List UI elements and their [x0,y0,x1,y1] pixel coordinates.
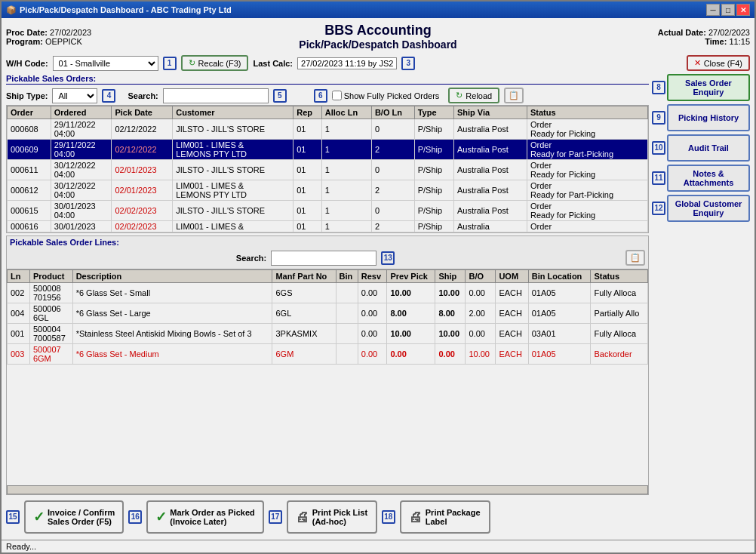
header-left: Proc Date: 27/02/2023 Program: OEPPICK [6,28,142,46]
col-description: Description [72,270,272,283]
orders-table-row[interactable]: 000611 30/12/2022 04:00 02/01/2023 JILST… [8,160,648,180]
badge-16: 16 [128,510,142,524]
orders-table-row[interactable]: 000615 30/01/2023 04:00 02/02/2023 JILST… [8,201,648,221]
export-button[interactable]: 📋 [504,88,524,103]
print-package-button[interactable]: 🖨 Print PackageLabel [400,500,490,534]
wh-code-select[interactable]: 01 - Smallville [53,56,158,71]
lines-table-row[interactable]: 004 500006 6GL *6 Glass Set - Large 6GL … [8,303,648,324]
mark-picked-label: Mark Order as Picked(Invoice Later) [170,508,255,526]
close-button[interactable]: ✕ [736,4,750,16]
invoice-confirm-button[interactable]: ✓ Invoice / ConfirmSales Order (F5) [24,500,124,534]
type: P/Ship [414,119,453,140]
show-fully-picked-checkbox[interactable] [332,91,342,100]
notes-attachments-row: 11 Notes &Attachments [652,165,750,192]
global-customer-enquiry-button[interactable]: Global CustomerEnquiry [667,195,750,222]
pick-date: 02/01/2023 [112,180,173,201]
lines-table-row[interactable]: 001 500004 7000587 *Stainless Steel Anti… [8,324,648,344]
notes-attachments-button[interactable]: Notes &Attachments [667,165,750,192]
col-ordered: Ordered [51,106,112,119]
actual-date-row: Actual Date: 27/02/2023 [614,28,750,37]
close-button-f4[interactable]: ✕ Close (F4) [687,55,750,71]
recalc-button[interactable]: ↻ Recalc (F3) [181,55,249,71]
actual-date-value: 27/02/2023 [708,28,750,37]
lines-table-row[interactable]: 002 500008 701956 *6 Glass Set - Small 6… [8,283,648,303]
global-customer-enquiry-label: Global CustomerEnquiry [675,199,742,217]
ship-type-select[interactable]: All Air [52,88,97,103]
sales-order-enquiry-button[interactable]: Sales OrderEnquiry [667,74,750,101]
program-label: Program: [6,37,43,46]
audit-trail-button[interactable]: Audit Trail [667,134,750,162]
badge-13: 13 [381,251,395,265]
time-label: Time: [705,37,727,46]
line-description: *6 Glass Set - Medium [72,344,272,365]
mark-picked-icon: ✓ [155,509,167,525]
order-status: Order [527,221,648,232]
picking-history-row: 9 Picking History [652,104,750,131]
lines-export-button[interactable]: 📋 [625,250,645,266]
proc-date-value: 27/02/2023 [50,28,91,37]
reload-button[interactable]: ↻ Reload [448,88,499,103]
rep: 01 [293,160,322,180]
lines-scroll[interactable]: Ln Product Description Manf Part No Bin … [7,269,648,485]
order-status: Order Ready for Picking [527,201,648,221]
orders-section: Pickable Sales Orders: Ship Type: All Ai… [6,74,649,233]
lines-table-row[interactable]: 003 500007 6GM *6 Glass Set - Medium 6GM… [8,344,648,365]
type: P/Ship [414,160,453,180]
badge-5: 5 [273,89,287,103]
picking-history-label: Picking History [678,113,739,122]
line-resv: 0.00 [358,283,387,303]
search-label-lines: Search: [236,254,266,263]
line-bin-location: 01A05 [528,344,591,365]
badge-4: 4 [102,89,115,103]
orders-table-row[interactable]: 000609 29/11/2022 04:00 02/12/2022 LIM00… [8,140,648,160]
search-input-lines[interactable] [271,251,376,266]
ship-via: Australia Post [453,201,527,221]
col-pick-date: Pick Date [112,106,173,119]
print-pick-list-button[interactable]: 🖨 Print Pick List(Ad-hoc) [287,500,377,534]
alloc-ln: 1 [321,201,371,221]
minimize-button[interactable]: ─ [706,4,720,16]
badge-11: 11 [652,171,665,185]
horizontal-scrollbar[interactable] [7,485,648,494]
right-panel: 8 Sales OrderEnquiry 9 Picking History 1… [652,74,750,537]
line-manf-part: 6GM [272,344,336,365]
line-product: 500006 6GL [29,303,72,324]
orders-table-row[interactable]: 000612 30/12/2022 04:00 02/01/2023 LIM00… [8,180,648,201]
last-calc-label: Last Calc: [253,59,293,68]
close-label: Close (F4) [704,59,742,68]
col-uom: UOM [496,270,528,283]
line-bo: 0.00 [466,324,496,344]
ship-via: Australia Post [453,140,527,160]
reload-icon: ↻ [456,91,463,100]
last-calc-value: 27/02/2023 11:19 by JS2 [297,57,397,69]
lines-section: Pickable Sales Order Lines: Search: 13 📋 [6,235,649,495]
alloc-ln: 1 [321,140,371,160]
bo-ln: 0 [371,160,414,180]
type: P/Ship [414,201,453,221]
orders-table-row[interactable]: 000608 29/11/2022 04:00 02/12/2022 JILST… [8,119,648,140]
search-input-orders[interactable] [163,88,269,103]
mark-picked-button[interactable]: ✓ Mark Order as Picked(Invoice Later) [146,500,264,534]
pick-date: 02/12/2022 [112,119,173,140]
program-row: Program: OEPPICK [6,37,142,46]
line-ln: 002 [8,283,30,303]
line-description: *6 Glass Set - Large [72,303,272,324]
badge-18: 18 [382,510,395,524]
orders-section-label: Pickable Sales Orders: [6,74,649,85]
maximize-button[interactable]: □ [721,4,735,16]
line-manf-part: 6GL [272,303,336,324]
search-label-orders: Search: [128,91,158,100]
order-status: Order Ready for Picking [527,119,648,140]
orders-table-row[interactable]: 000616 30/01/2023 02/02/2023 LIM001 - LI… [8,221,648,232]
line-uom: EACH [496,324,528,344]
reload-label: Reload [466,91,492,100]
line-bin [336,324,358,344]
line-bin [336,283,358,303]
order-status: Order Ready for Part-Picking [527,180,648,201]
type: P/Ship [414,221,453,232]
lines-section-label: Pickable Sales Order Lines: [10,238,119,248]
picking-history-button[interactable]: Picking History [667,104,750,131]
col-manf-part: Manf Part No [272,270,336,283]
line-status: Fully Alloca [591,283,648,303]
lines-table: Ln Product Description Manf Part No Bin … [7,269,648,365]
